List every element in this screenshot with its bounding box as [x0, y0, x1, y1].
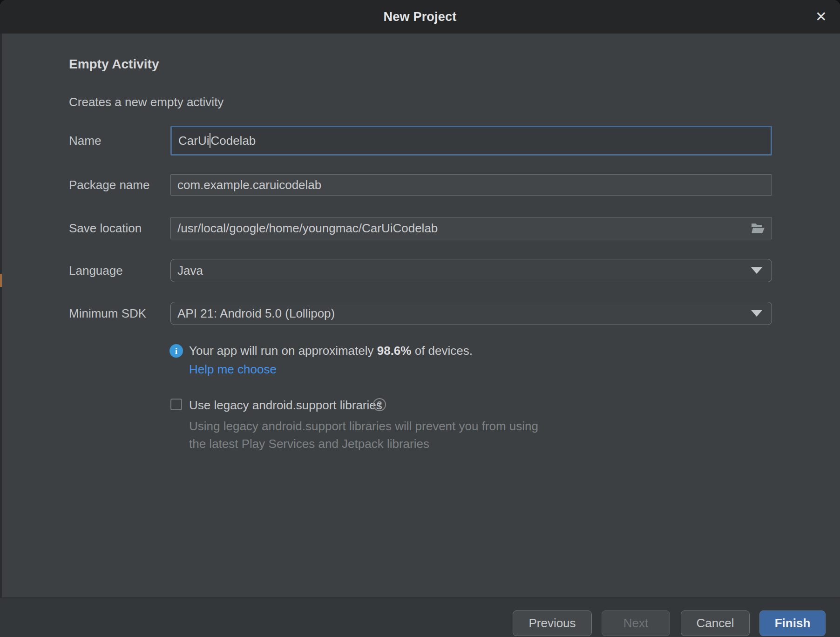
sdk-coverage-percent: 98.6% — [377, 344, 412, 358]
package-name-input[interactable]: com.example.caruicodelab — [170, 174, 772, 196]
name-input[interactable]: CarUiCodelab — [170, 126, 772, 156]
legacy-description-line1: Using legacy android.support libraries w… — [189, 419, 538, 434]
name-label: Name — [69, 132, 101, 149]
package-name-label: Package name — [69, 176, 149, 193]
cancel-button[interactable]: Cancel — [681, 610, 750, 636]
dialog-footer: Previous Next Cancel Finish — [0, 597, 840, 637]
chevron-down-icon — [751, 267, 762, 274]
minimum-sdk-value: API 21: Android 5.0 (Lollipop) — [177, 306, 335, 321]
minimum-sdk-dropdown[interactable]: API 21: Android 5.0 (Lollipop) — [170, 302, 772, 325]
name-value-after-caret: Codelab — [210, 134, 256, 148]
language-label: Language — [69, 262, 123, 279]
sdk-coverage-after: of devices. — [411, 344, 473, 358]
sdk-coverage-text: Your app will run on approximately 98.6%… — [189, 344, 473, 358]
legacy-description-line2: the latest Play Services and Jetpack lib… — [189, 437, 429, 451]
page-subtitle: Creates a new empty activity — [69, 95, 224, 109]
save-location-value: /usr/local/google/home/youngmac/CarUiCod… — [177, 221, 438, 236]
sdk-coverage-before: Your app will run on approximately — [189, 344, 377, 358]
close-icon[interactable]: ✕ — [815, 10, 827, 24]
titlebar: New Project ✕ — [0, 0, 840, 34]
info-icon: i — [169, 344, 183, 358]
legacy-support-checkbox[interactable] — [170, 399, 182, 410]
browse-folder-button[interactable] — [750, 221, 766, 235]
language-dropdown[interactable]: Java — [170, 259, 772, 282]
dialog-title: New Project — [384, 10, 457, 24]
left-edge-artifact — [0, 274, 2, 287]
package-name-value: com.example.caruicodelab — [177, 178, 321, 192]
name-value-before-caret: CarUi — [178, 134, 209, 148]
page-title: Empty Activity — [69, 57, 159, 72]
legacy-support-label: Use legacy android.support libraries — [189, 398, 382, 413]
next-button[interactable]: Next — [602, 610, 670, 636]
minimum-sdk-label: Minimum SDK — [69, 305, 146, 322]
new-project-dialog: New Project ✕ Empty Activity Creates a n… — [0, 0, 840, 637]
window-left-edge — [0, 34, 2, 637]
finish-button[interactable]: Finish — [759, 610, 826, 636]
save-location-label: Save location — [69, 220, 142, 237]
help-me-choose-link[interactable]: Help me choose — [189, 362, 277, 377]
open-folder-icon — [751, 222, 765, 234]
chevron-down-icon — [751, 310, 762, 317]
language-value: Java — [177, 264, 203, 278]
help-icon[interactable]: ? — [373, 398, 386, 411]
save-location-input[interactable]: /usr/local/google/home/youngmac/CarUiCod… — [170, 217, 772, 239]
previous-button[interactable]: Previous — [513, 610, 592, 636]
